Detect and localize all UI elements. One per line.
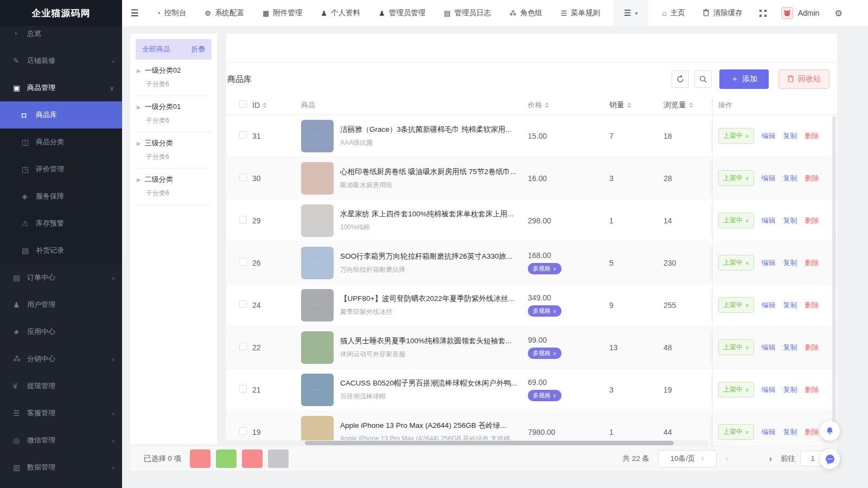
delete-link[interactable]: 删除 xyxy=(805,216,819,226)
copy-link[interactable]: 复制 xyxy=(783,131,797,141)
multi-spec-badge[interactable]: 多规格∨ xyxy=(528,305,561,317)
settings-gear-icon[interactable]: ⚙ xyxy=(834,8,842,18)
row-checkbox[interactable] xyxy=(239,174,247,181)
sidebar-item[interactable]: ◔ 总览 xyxy=(0,20,122,47)
status-badge[interactable]: 上架中∨ xyxy=(718,382,754,397)
notification-bell-button[interactable] xyxy=(820,421,840,441)
copy-link[interactable]: 复制 xyxy=(783,258,797,268)
delete-link[interactable]: 删除 xyxy=(805,300,819,310)
multi-spec-badge[interactable]: 多规格∨ xyxy=(528,348,561,359)
row-checkbox[interactable] xyxy=(239,258,247,266)
nav-menu-item[interactable]: ▦ 附件管理 xyxy=(253,0,311,26)
copy-link[interactable]: 复制 xyxy=(783,174,797,183)
sort-icon[interactable] xyxy=(545,102,549,108)
sidebar-item[interactable]: ◎ 微信管理 ‹ xyxy=(0,427,122,454)
sort-icon[interactable] xyxy=(627,102,631,108)
delete-link[interactable]: 删除 xyxy=(805,131,819,141)
all-products-label[interactable]: 全部商品 xyxy=(142,44,170,54)
delete-link[interactable]: 删除 xyxy=(805,427,819,437)
clear-cache-button[interactable]: 清除缓存 xyxy=(694,0,751,26)
edit-link[interactable]: 编辑 xyxy=(762,258,776,268)
edit-link[interactable]: 编辑 xyxy=(762,216,776,226)
batch-action-button[interactable] xyxy=(242,450,263,468)
sidebar-item[interactable]: ▤ 订单中心 ‹ xyxy=(0,264,122,291)
edit-link[interactable]: 编辑 xyxy=(762,300,776,310)
admin-username[interactable]: Admin xyxy=(798,9,820,17)
copy-link[interactable]: 复制 xyxy=(783,216,797,226)
admin-avatar[interactable] xyxy=(781,7,793,19)
nav-menu-item[interactable]: ▤ 管理员日志 xyxy=(435,0,500,26)
edit-link[interactable]: 编辑 xyxy=(762,174,776,183)
sidebar-item[interactable]: ⁂ 分销中心 ‹ xyxy=(0,345,122,373)
copy-link[interactable]: 复制 xyxy=(783,385,797,395)
status-badge[interactable]: 上架中∨ xyxy=(718,128,754,144)
sort-icon[interactable] xyxy=(263,102,267,108)
delete-link[interactable]: 删除 xyxy=(805,385,819,395)
category-item[interactable]: ▶ 一级分类01 子分类6 xyxy=(136,96,212,132)
hamburger-icon[interactable]: ☰ xyxy=(122,0,147,26)
fullscreen-icon[interactable] xyxy=(751,9,775,17)
sidebar-item[interactable]: ◫ 商品分类 xyxy=(0,129,122,156)
column-views[interactable]: 浏览量 xyxy=(663,100,693,110)
recycle-bin-button[interactable]: 回收站 xyxy=(778,69,829,89)
multi-spec-badge[interactable]: 多规格∨ xyxy=(528,263,561,274)
status-badge[interactable]: 上架中∨ xyxy=(718,170,754,186)
status-badge[interactable]: 上架中∨ xyxy=(718,339,754,355)
batch-action-button[interactable] xyxy=(190,450,210,468)
nav-menu-item[interactable]: ◔ 控制台 xyxy=(147,0,195,26)
edit-link[interactable]: 编辑 xyxy=(762,131,776,141)
sidebar-item[interactable]: ▤ 补货记录 xyxy=(0,237,122,264)
column-sales[interactable]: 销量 xyxy=(609,100,631,110)
copy-link[interactable]: 复制 xyxy=(783,300,797,310)
status-badge[interactable]: 上架中∨ xyxy=(718,255,754,271)
sidebar-item[interactable]: ▣ 商品管理 ∨ xyxy=(0,74,122,101)
sidebar-item[interactable]: ☰ 客服管理 ‹ xyxy=(0,400,122,427)
chat-button[interactable] xyxy=(820,449,840,469)
sidebar-item[interactable]: ▥ 数据管理 ‹ xyxy=(0,454,122,481)
row-checkbox[interactable] xyxy=(239,131,247,139)
nav-more-dropdown[interactable]: ☰ ▾ xyxy=(614,0,648,26)
edit-link[interactable]: 编辑 xyxy=(762,427,776,437)
nav-menu-item[interactable]: ⁂ 角色组 xyxy=(500,0,552,26)
nav-menu-item[interactable]: ☰ 菜单规则 xyxy=(551,0,609,26)
sort-icon[interactable] xyxy=(689,102,693,108)
category-item[interactable]: ▶ 三级分类 子分类6 xyxy=(136,132,212,169)
edit-link[interactable]: 编辑 xyxy=(762,385,776,395)
nav-menu-item[interactable]: ♟ 个人资料 xyxy=(311,0,369,26)
copy-link[interactable]: 复制 xyxy=(783,343,797,352)
refresh-button[interactable] xyxy=(672,70,689,88)
edit-link[interactable]: 编辑 xyxy=(762,343,776,352)
nav-menu-item[interactable]: ⚙ 系统配置 xyxy=(195,0,253,26)
status-badge[interactable]: 上架中∨ xyxy=(718,213,754,228)
column-id[interactable]: ID xyxy=(252,101,267,110)
delete-link[interactable]: 删除 xyxy=(805,258,819,268)
collapse-button[interactable]: 折叠 xyxy=(191,44,205,54)
category-item[interactable]: ▶ 二级分类 子分类6 xyxy=(136,169,212,205)
horizontal-scrollbar-thumb[interactable] xyxy=(305,441,674,445)
status-badge[interactable]: 上架中∨ xyxy=(718,424,754,440)
sidebar-item[interactable]: ★ 应用中心 xyxy=(0,318,122,345)
batch-action-button[interactable] xyxy=(268,450,289,468)
category-item[interactable]: ▶ 一级分类02 子分类6 xyxy=(136,60,212,96)
sidebar-item[interactable]: ◈ 服务保障 xyxy=(0,183,122,210)
next-page-button[interactable]: › xyxy=(769,454,772,463)
multi-spec-badge[interactable]: 多规格∨ xyxy=(528,390,561,401)
sidebar-item[interactable]: ✎ 店铺装修 ‹ xyxy=(0,47,122,74)
add-button[interactable]: ＋ 添加 xyxy=(719,69,769,89)
row-checkbox[interactable] xyxy=(239,216,247,223)
prev-page-button[interactable]: ‹ xyxy=(725,454,728,463)
row-checkbox[interactable] xyxy=(239,300,247,308)
status-badge[interactable]: 上架中∨ xyxy=(718,297,754,313)
row-checkbox[interactable] xyxy=(239,343,247,350)
delete-link[interactable]: 删除 xyxy=(805,174,819,183)
search-button[interactable] xyxy=(694,70,712,88)
sidebar-item[interactable]: ◘ 商品库 xyxy=(0,101,122,129)
row-checkbox[interactable] xyxy=(239,427,247,435)
home-button[interactable]: ⌂ 主页 xyxy=(654,0,694,26)
page-size-select[interactable]: 10条/页 ∨ xyxy=(658,450,717,467)
sidebar-item[interactable]: ¥ 提现管理 xyxy=(0,373,122,400)
sidebar-item[interactable]: ⚠ 库存预警 xyxy=(0,210,122,237)
vertical-scrollbar-thumb[interactable] xyxy=(832,116,836,436)
column-price[interactable]: 价格 xyxy=(528,100,549,110)
select-all-checkbox[interactable] xyxy=(239,100,247,108)
